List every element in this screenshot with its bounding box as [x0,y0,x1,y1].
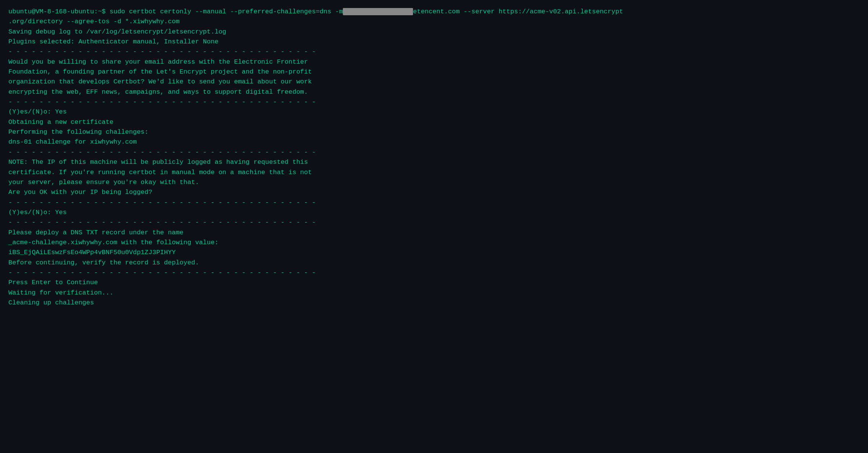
terminal-line-yn2: (Y)es/(N)o: Yes [8,208,860,218]
redacted-email [343,8,413,15]
terminal-line-note2: certificate. If you're running certbot i… [8,168,860,178]
terminal-line-note3: your server, please ensure you're okay w… [8,178,860,187]
terminal-line-before: Before continuing, verify the record is … [8,258,860,268]
terminal-line-sep3: - - - - - - - - - - - - - - - - - - - - … [8,147,860,157]
terminal-line-eff1: Would you be willing to share your email… [8,57,860,67]
terminal-line-cleaning: Cleaning up challenges [8,298,860,308]
terminal-line-plugins: Plugins selected: Authenticator manual, … [8,37,860,47]
terminal-line-cmd2: .org/directory --agree-tos -d *.xiwhywhy… [8,17,860,27]
terminal-window: ubuntu@VM-8-168-ubuntu:~$ sudo certbot c… [8,7,860,308]
terminal-line-sep6: - - - - - - - - - - - - - - - - - - - - … [8,268,860,278]
terminal-line-yn1: (Y)es/(N)o: Yes [8,107,860,117]
terminal-line-cmd1: ubuntu@VM-8-168-ubuntu:~$ sudo certbot c… [8,7,860,17]
terminal-line-performing: Performing the following challenges: [8,127,860,137]
terminal-line-save_debug: Saving debug log to /var/log/letsencrypt… [8,27,860,37]
terminal-line-sep1: - - - - - - - - - - - - - - - - - - - - … [8,47,860,57]
terminal-line-deploy2: _acme-challenge.xiwhywhy.com with the fo… [8,238,860,248]
terminal-line-eff3: organization that develops Certbot? We'd… [8,77,860,87]
terminal-line-sep5: - - - - - - - - - - - - - - - - - - - - … [8,218,860,227]
terminal-line-deploy1: Please deploy a DNS TXT record under the… [8,228,860,238]
terminal-line-obtaining: Obtaining a new certificate [8,117,860,127]
terminal-line-sep4: - - - - - - - - - - - - - - - - - - - - … [8,198,860,208]
terminal-line-note1: NOTE: The IP of this machine will be pub… [8,157,860,167]
terminal-line-eff4: encrypting the web, EFF news, campaigns,… [8,87,860,97]
terminal-line-dns01: dns-01 challenge for xiwhywhy.com [8,137,860,147]
terminal-line-press_enter: Press Enter to Continue [8,278,860,288]
terminal-line-waiting: Waiting for verification... [8,288,860,298]
terminal-line-token: iBS_EjQAiLEswzFsEo4WPp4vBNF50u0Vdp1ZJ3PI… [8,248,860,258]
terminal-line-eff2: Foundation, a founding partner of the Le… [8,67,860,77]
terminal-line-are_you_ok: Are you OK with your IP being logged? [8,187,860,197]
terminal-line-sep2: - - - - - - - - - - - - - - - - - - - - … [8,97,860,107]
